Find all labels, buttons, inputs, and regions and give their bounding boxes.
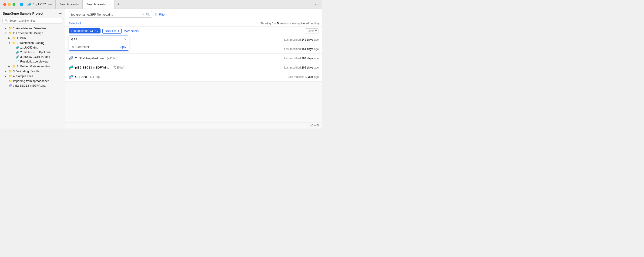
sidebar-item-pcr-label: 1. PCR <box>17 36 26 40</box>
sidebar-item-pdf-label: Restrictio...verview.pdf <box>20 60 49 63</box>
pagination: 1-5 of 5 <box>66 122 322 128</box>
main-layout: SnapGene Sample Project ⋯ 🔍 ▶ 📁 1. Annot… <box>0 9 322 128</box>
search-clear-icon[interactable]: ✕ <box>142 13 144 16</box>
add-tab-button[interactable]: + <box>114 0 122 8</box>
sidebar-item-annotate[interactable]: ▶ 📁 1. Annotate and Visualize <box>0 26 65 31</box>
sort-label: Sorted <box>307 29 314 32</box>
result-row-4[interactable]: 🧬 pIB2-SEC13-mEGFP.dna (7235 bp) Last mo… <box>66 63 322 72</box>
folder-icon: 📁 <box>12 36 16 40</box>
sidebar-item-mtagbf-label: 2. mTAGBF..., Kpnl.dna <box>20 51 50 54</box>
titlebar: 🌐 🧬 1. pUC57.dna Search results Search r… <box>0 0 322 9</box>
x-icon: ✕ <box>72 45 74 48</box>
titlebar-menu-icon[interactable]: ⋯ <box>312 2 322 6</box>
result-modified-4: Last modified 205 days ago <box>284 66 319 69</box>
sidebar-item-validating-label: 3. Validating Results <box>13 70 39 73</box>
tab-search1[interactable]: Search results <box>56 0 82 8</box>
sidebar-item-pdf[interactable]: ▶ 📄 Restrictio...verview.pdf <box>0 59 65 64</box>
chevron-icon: ▼ <box>5 32 8 34</box>
clear-filter-label: Clear filter <box>76 45 89 48</box>
sidebar-menu-icon[interactable]: ⋯ <box>59 11 62 15</box>
sidebar-item-pib2sec13-label: pIB2-SEC13-mEGFP.dna <box>13 84 46 87</box>
chevron-down-icon: ▾ <box>97 30 98 32</box>
result-count-suffix: results (showing filtered results) <box>280 22 319 25</box>
sidebar-item-goldengate[interactable]: ▶ 📁 3. Golden Gate Assembly <box>0 64 65 69</box>
feature-name-pill-label: Feature name: GFP <box>71 29 96 32</box>
filter-dropdown-actions: ✕ Clear filter Apply <box>69 43 129 50</box>
chevron-icon: ▶ <box>8 37 11 39</box>
folder-icon: 📁 <box>8 69 12 73</box>
dna-files-filter-pill[interactable]: DNA files ▾ <box>102 28 122 34</box>
sidebar-item-validating[interactable]: ▶ 📁 3. Validating Results <box>0 69 65 74</box>
sidebar-item-samplefiles[interactable]: ▶ 📁 4. Sample Files <box>0 74 65 78</box>
sidebar-tree: ▶ 📁 1. Annotate and Visualize ▼ 📁 2. Exp… <box>0 25 65 88</box>
sidebar-item-mtagbf[interactable]: ▶ 🧬 2. mTAGBF..., Kpnl.dna <box>0 50 65 55</box>
result-row-3[interactable]: 🧬 2. GFP Amplified.dna (741 bp) Last mod… <box>66 54 322 63</box>
sidebar-item-annotate-label: 1. Annotate and Visualize <box>13 27 46 30</box>
tab-search2-close-icon[interactable]: ✕ <box>108 3 110 6</box>
folder-icon: 📁 <box>12 41 16 45</box>
project-title: SnapGene Sample Project <box>3 12 43 15</box>
sidebar-item-puc57dna-label: 1. pUC57.dna <box>20 46 38 49</box>
result-row-5[interactable]: 🧬 GFP.dna (717 bp) Last modified 1 year … <box>66 72 322 82</box>
filter-button[interactable]: ⚙ Filter <box>155 13 166 16</box>
folder-icon: 📁 <box>8 26 12 30</box>
sidebar-item-experimental-label: 2. Experimental Design <box>13 32 43 35</box>
dna-files-pill-label: DNA files <box>105 29 116 32</box>
dna-file-icon: 🧬 <box>27 2 31 6</box>
clear-filter-button[interactable]: ✕ Clear filter <box>72 45 89 48</box>
dna-file-icon: 🧬 <box>16 55 19 58</box>
chevron-icon: ▶ <box>8 65 11 68</box>
feature-name-filter-dropdown: ✕ ✕ Clear filter Apply <box>69 35 129 51</box>
sidebar-item-puc57dna[interactable]: ▶ 🧬 1. pUC57.dna <box>0 45 65 50</box>
filter-label: Filter <box>159 13 166 16</box>
filter-icon: ⚙ <box>155 13 158 16</box>
sidebar-item-restriction-label: 2. Restriction Cloning <box>17 41 44 45</box>
main-search-input[interactable] <box>71 13 140 16</box>
select-all-button[interactable]: Select all <box>69 22 81 25</box>
chevron-icon: ▼ <box>8 42 11 44</box>
result-size-4: (7235 bp) <box>112 66 124 69</box>
sidebar-item-puc57gbfp2[interactable]: ▶ 🧬 3. pUC57...GBFP2.dna <box>0 55 65 59</box>
filter-area: Feature name: GFP ▾ DNA files ▾ More fil… <box>66 27 322 35</box>
minimize-button[interactable] <box>8 3 11 6</box>
dna-file-icon: 🧬 <box>16 51 19 54</box>
toolbar: Select all Showing 5 of 5 results (showi… <box>66 20 322 27</box>
sidebar-item-importing-label: Importing from spreadsheet <box>13 79 49 83</box>
maximize-button[interactable] <box>12 3 15 6</box>
close-button[interactable] <box>3 3 6 6</box>
dna-file-icon: 🧬 <box>69 75 73 79</box>
sidebar-item-importing[interactable]: ▶ 📁 Importing from spreadsheet <box>0 78 65 83</box>
result-count: Showing 5 of 5 results (showing filtered… <box>260 22 319 25</box>
sidebar-item-restriction[interactable]: ▼ 📁 2. Restriction Cloning <box>0 40 65 45</box>
sidebar: SnapGene Sample Project ⋯ 🔍 ▶ 📁 1. Annot… <box>0 9 66 128</box>
apply-filter-button[interactable]: Apply <box>118 45 126 48</box>
result-modified-2: Last modified 151 days ago <box>284 47 319 51</box>
window-buttons <box>0 3 18 6</box>
sidebar-item-experimental[interactable]: ▼ 📁 2. Experimental Design <box>0 31 65 35</box>
content-area: ✕ 🔍 ⚙ Filter Select all Showing 5 of 5 r… <box>66 9 322 128</box>
folder-icon: 📁 <box>12 65 16 68</box>
filter-input-clear-icon[interactable]: ✕ <box>124 38 126 41</box>
sidebar-item-pcr[interactable]: ▶ 📁 1. PCR <box>0 35 65 40</box>
more-filters-button[interactable]: More filters <box>124 29 138 33</box>
search-input-wrap[interactable]: ✕ 🔍 <box>69 11 152 18</box>
sidebar-item-goldengate-label: 3. Golden Gate Assembly <box>17 65 50 68</box>
filter-dropdown-input-wrap[interactable]: ✕ <box>69 36 129 43</box>
sidebar-search-wrap[interactable]: 🔍 <box>2 18 63 23</box>
sidebar-item-pib2sec13[interactable]: ▶ 🧬 pIB2-SEC13-mEGFP.dna <box>0 83 65 88</box>
tab-puc57[interactable]: 🧬 1. pUC57.dna <box>24 0 56 8</box>
filter-dropdown-input[interactable] <box>71 38 122 41</box>
result-modified-1: Last modified 149 days ago <box>284 38 319 41</box>
chevron-icon: ▶ <box>5 27 8 29</box>
folder-icon: 📁 <box>8 79 12 83</box>
result-modified-5: Last modified 1 year ago <box>288 75 319 78</box>
result-name-3: 2. GFP Amplified.dna <box>75 56 104 60</box>
result-name-4: pIB2-SEC13-mEGFP.dna <box>75 66 109 69</box>
pagination-label: 1-5 of 5 <box>309 124 319 127</box>
feature-name-filter-pill[interactable]: Feature name: GFP ▾ <box>69 28 100 33</box>
result-size-5: (717 bp) <box>90 75 100 78</box>
tab-search2[interactable]: Search results ✕ <box>82 0 114 8</box>
result-count-bold: 5 <box>277 22 279 25</box>
sort-dropdown[interactable]: Sorted ▾ <box>305 28 319 33</box>
search-input[interactable] <box>9 19 61 22</box>
